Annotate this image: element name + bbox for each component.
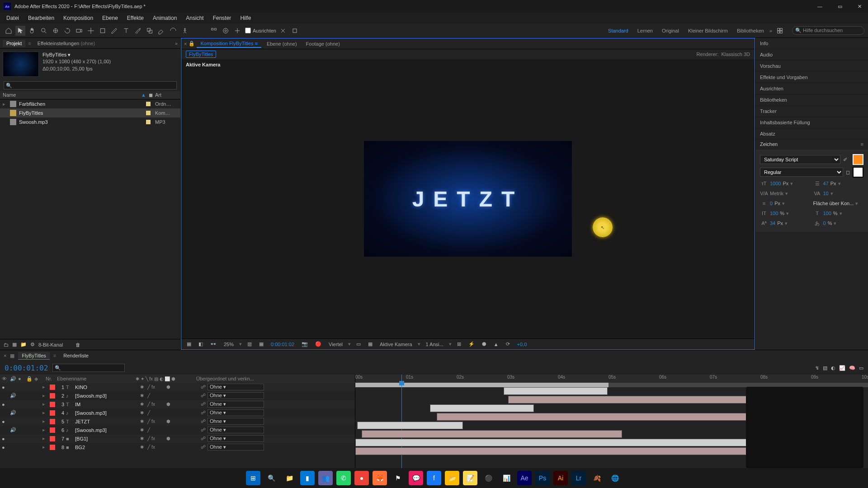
footer-mask-icon[interactable]: ◧	[197, 341, 205, 347]
zeichen-menu-icon[interactable]: ≡	[861, 141, 863, 147]
tab-project[interactable]: Projekt	[3, 40, 25, 47]
footer-px-icon[interactable]: ⊞	[455, 341, 463, 347]
hscale-value[interactable]: 100	[823, 211, 831, 216]
tb-explorer-icon[interactable]: 📁	[282, 471, 297, 485]
panel-tracker[interactable]: Tracker	[755, 106, 868, 117]
workspace-lernen[interactable]: Lernen	[637, 28, 653, 33]
timeline-search[interactable]	[52, 364, 125, 372]
composition-preview[interactable]: JETZT	[364, 141, 572, 257]
maximize-button[interactable]: ▭	[835, 3, 845, 10]
tb-app2-icon[interactable]: ●	[354, 471, 369, 485]
footer-fast-icon[interactable]: ⚡	[467, 341, 476, 347]
eyedropper-icon[interactable]: ✐	[843, 157, 847, 163]
tb-ae-icon[interactable]: Ae	[517, 471, 532, 485]
menu-ebene[interactable]: Ebene	[99, 14, 122, 22]
proj-settings-icon[interactable]: ⚙	[30, 342, 35, 347]
selection-tool[interactable]	[15, 26, 25, 36]
snap-opt-2[interactable]	[290, 26, 300, 36]
tb-search-icon[interactable]: 🔍	[264, 471, 278, 485]
tl-icon-shy[interactable]: ↯	[815, 365, 819, 371]
tb-teams-icon[interactable]: 👥	[318, 471, 333, 485]
project-row[interactable]: Swoosh.mp3MP3	[0, 117, 180, 127]
snap-checkbox[interactable]	[245, 28, 251, 33]
tl-icon-motion-blur[interactable]: ◐	[831, 365, 835, 371]
workspace-original[interactable]: Original	[662, 28, 679, 33]
panel-audio[interactable]: Audio	[755, 49, 868, 61]
layer-row[interactable]: 🔊▸2♪[Swoosh.mp3]✱ ╱ ☍Ohne ▾	[0, 391, 355, 400]
stroke-swatch[interactable]	[853, 167, 863, 178]
tl-icon-draft3d[interactable]: ▭	[859, 365, 863, 371]
menu-fenster[interactable]: Fenster	[209, 14, 235, 22]
tl-icon-frame-blend[interactable]: ▧	[823, 365, 827, 371]
footer-grid-icon[interactable]: ▦	[257, 341, 265, 347]
tb-lr-icon[interactable]: Lr	[571, 471, 586, 485]
font-select[interactable]: Saturday Script	[760, 155, 840, 164]
proj-new-folder-icon[interactable]: 📁	[20, 342, 27, 347]
home-icon[interactable]	[4, 26, 14, 36]
shape-tool[interactable]	[98, 26, 108, 36]
menu-komposition[interactable]: Komposition	[60, 14, 97, 22]
fill-option[interactable]: Fläche über Kon...	[813, 201, 854, 206]
panel-vorschau[interactable]: Vorschau	[755, 61, 868, 72]
tb-app4-icon[interactable]: 📊	[499, 471, 514, 485]
zoom-tool[interactable]	[39, 26, 49, 36]
leading-value[interactable]: 47	[823, 181, 829, 186]
menu-bearbeiten[interactable]: Bearbeiten	[24, 14, 58, 22]
workspace-more-icon[interactable]: »	[769, 28, 772, 33]
zoom-level[interactable]: 25%	[222, 341, 236, 347]
toolbar-extra-1[interactable]	[209, 26, 219, 36]
bar-im[interactable]	[430, 404, 534, 412]
fill-swatch[interactable]	[853, 154, 863, 165]
eraser-tool[interactable]	[156, 26, 166, 36]
tl-comp-icon[interactable]: ▦	[10, 353, 14, 359]
brush-tool[interactable]	[133, 26, 143, 36]
stroke-value[interactable]: 0	[770, 201, 773, 206]
footer-3d-icon[interactable]: ⬢	[480, 341, 488, 347]
layer-row[interactable]: ●▸5TJETZT✱ ╱ fx ⬢☍Ohne ▾	[0, 417, 355, 426]
workspace-kleiner bildschirm[interactable]: Kleiner Bildschirm	[688, 28, 728, 33]
tb-folder-icon[interactable]: 📂	[445, 471, 459, 485]
footer-transp-icon[interactable]: ▦	[366, 341, 374, 347]
comp-breadcrumb[interactable]: FlyByTitles	[186, 51, 216, 58]
col-name[interactable]: Name	[3, 92, 141, 98]
tab-composition[interactable]: Komposition FlyByTitles ≡	[197, 40, 261, 48]
bar-swoosh2[interactable]	[437, 413, 789, 421]
baseline-value[interactable]: 34	[770, 221, 775, 226]
workspace-standard[interactable]: Standard	[608, 28, 628, 33]
footer-res-icon[interactable]: ▥	[245, 341, 254, 347]
proj-interpret-icon[interactable]: 🗀	[4, 342, 9, 347]
kerning-value[interactable]: Metrik	[770, 191, 783, 196]
font-size[interactable]: 1000	[770, 181, 781, 186]
tb-ps-icon[interactable]: Ps	[535, 471, 550, 485]
sort-icon[interactable]: ▲	[141, 92, 146, 98]
footer-draft3d-icon[interactable]: ▲	[492, 341, 500, 347]
tl-icon-brain[interactable]: 🧠	[849, 365, 855, 371]
views-select[interactable]: 1 Ansi...	[424, 341, 445, 347]
camera-tool[interactable]	[74, 26, 84, 36]
toolbar-extra-3[interactable]	[232, 26, 242, 36]
col-type[interactable]: Art	[155, 92, 178, 98]
work-area[interactable]	[355, 383, 609, 387]
panel-collapse-icon[interactable]: »	[175, 41, 178, 46]
current-time[interactable]: 0:00:01:02	[5, 364, 48, 372]
project-row[interactable]: ▸FarbflächenOrdn…	[0, 99, 180, 108]
pan-behind-tool[interactable]	[86, 26, 96, 36]
tl-icon-graph[interactable]: 📈	[839, 365, 845, 371]
roto-tool[interactable]	[168, 26, 178, 36]
bar-kino[interactable]	[504, 387, 608, 395]
tb-firefox-icon[interactable]: 🦊	[373, 471, 387, 485]
tb-fb-icon[interactable]: f	[427, 471, 441, 485]
orbit-tool[interactable]	[51, 26, 61, 36]
no-fill-icon[interactable]: ◻	[846, 169, 850, 175]
comp-close-icon[interactable]: ×	[184, 41, 187, 47]
footer-time[interactable]: 0:00:01:02	[269, 341, 296, 347]
pen-tool[interactable]	[109, 26, 119, 36]
layer-row[interactable]: ●▸7■[BG1]✱ ╱ fx ⬢☍Ohne ▾	[0, 434, 355, 443]
toolbar-extra-2[interactable]	[221, 26, 231, 36]
workspace-bibliotheken[interactable]: Bibliotheken	[737, 28, 764, 33]
layer-row[interactable]: ●▸3TIM✱ ╱ fx ⬢☍Ohne ▾	[0, 400, 355, 408]
tsume-value[interactable]: 0	[823, 221, 826, 226]
project-search[interactable]	[4, 81, 177, 89]
tab-footage[interactable]: Footage (ohne)	[302, 40, 344, 47]
timeline-tab-comp[interactable]: FlyByTitles	[18, 352, 49, 360]
